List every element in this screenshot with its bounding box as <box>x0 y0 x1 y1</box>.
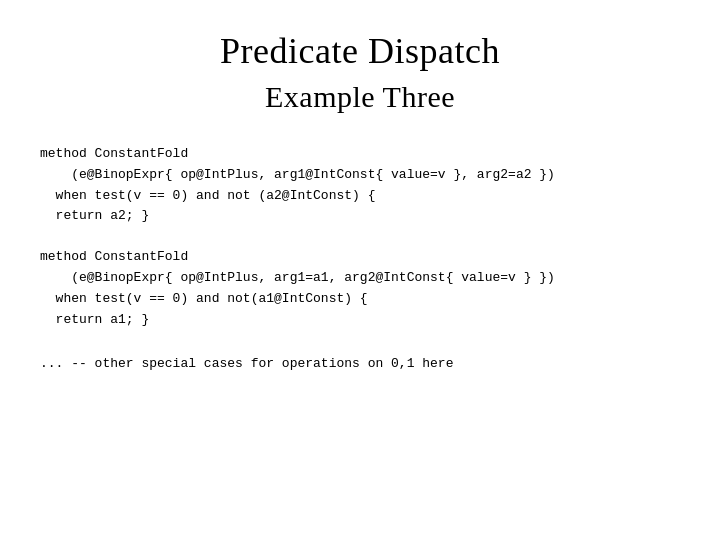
code-section-2: method ConstantFold (e@BinopExpr{ op@Int… <box>40 247 680 330</box>
code-block-1: method ConstantFold (e@BinopExpr{ op@Int… <box>40 144 680 227</box>
page-subtitle: Example Three <box>265 80 455 114</box>
code-section-1: method ConstantFold (e@BinopExpr{ op@Int… <box>40 144 680 227</box>
code-block-2: method ConstantFold (e@BinopExpr{ op@Int… <box>40 247 680 330</box>
page-title: Predicate Dispatch <box>220 30 500 72</box>
code-comment: ... -- other special cases for operation… <box>40 354 680 375</box>
comment-section: ... -- other special cases for operation… <box>40 354 680 375</box>
page: Predicate Dispatch Example Three method … <box>0 0 720 540</box>
